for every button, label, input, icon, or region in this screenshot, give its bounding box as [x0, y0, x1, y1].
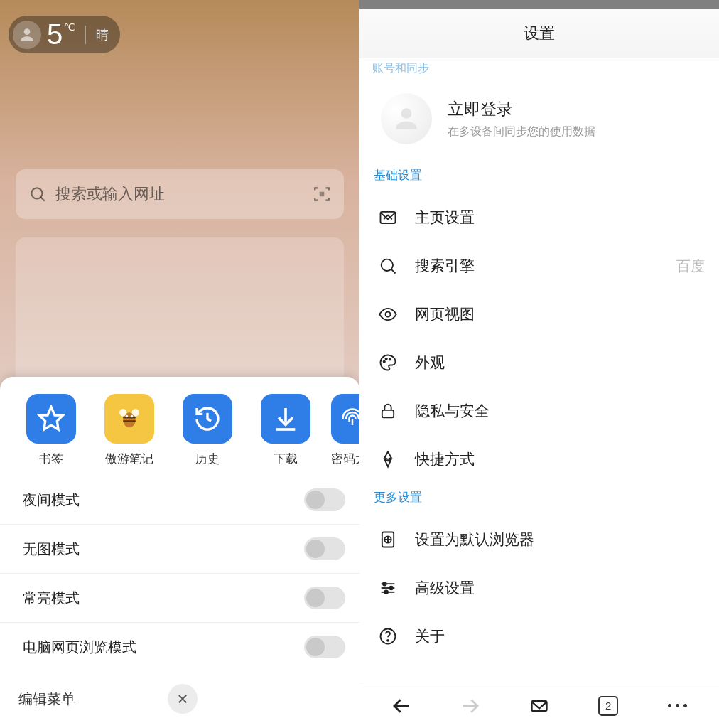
setting-advanced[interactable]: 高级设置 — [360, 564, 719, 612]
login-subtitle: 在多设备间同步您的使用数据 — [448, 124, 595, 139]
tile-downloads[interactable]: 下载 — [253, 394, 318, 467]
svg-point-8 — [131, 415, 134, 418]
toggle-desktop-mode[interactable]: 电脑网页浏览模式 — [0, 622, 360, 671]
tab-count: 2 — [598, 696, 618, 716]
setting-homepage[interactable]: 主页设置 — [360, 193, 719, 242]
right-panel: 设置 账号和同步 立即登录 在多设备间同步您的使用数据 基础设置 主页设置 搜索… — [360, 0, 719, 728]
setting-search-engine[interactable]: 搜索引擎 百度 — [360, 242, 719, 290]
back-button[interactable] — [387, 692, 416, 720]
eye-icon — [377, 303, 399, 326]
settings-header: 设置 — [360, 9, 719, 58]
shortcut-icon — [377, 448, 399, 471]
svg-point-15 — [386, 312, 391, 317]
setting-value: 百度 — [676, 257, 705, 276]
search-placeholder: 搜索或输入网址 — [55, 183, 165, 205]
setting-default-browser[interactable]: 设置为默认浏览器 — [360, 515, 719, 564]
svg-point-0 — [31, 188, 42, 198]
temperature: 5℃ — [47, 18, 75, 50]
setting-about[interactable]: 关于 — [360, 612, 719, 660]
sliders-icon — [377, 577, 399, 599]
home-icon — [377, 206, 399, 229]
switch[interactable] — [304, 537, 345, 560]
status-bar — [360, 0, 719, 9]
question-icon — [377, 625, 399, 648]
toggle-always-on-mode[interactable]: 常亮模式 — [0, 573, 360, 622]
browser-icon — [377, 528, 399, 551]
menu-button[interactable] — [663, 692, 691, 720]
weather-widget[interactable]: 5℃ 晴 — [9, 16, 120, 53]
svg-marker-3 — [39, 407, 63, 429]
tile-history[interactable]: 历史 — [175, 394, 240, 467]
close-icon — [176, 692, 189, 705]
logo-icon — [529, 696, 549, 716]
tile-maxnote[interactable]: 傲游笔记 — [97, 394, 162, 467]
login-title: 立即登录 — [448, 98, 595, 120]
svg-rect-19 — [382, 410, 394, 418]
home-button[interactable] — [525, 692, 553, 720]
login-avatar-icon — [381, 93, 432, 144]
toggle-night-mode[interactable]: 夜间模式 — [0, 476, 360, 524]
star-icon — [37, 405, 65, 433]
switch[interactable] — [304, 587, 345, 609]
bottom-nav: 2 — [360, 682, 719, 728]
svg-point-25 — [383, 582, 386, 586]
close-button[interactable] — [168, 684, 198, 714]
setting-appearance[interactable]: 外观 — [360, 338, 719, 387]
download-icon — [271, 405, 300, 433]
edit-menu-button[interactable]: 编辑菜单 — [18, 690, 75, 709]
history-icon — [193, 405, 222, 433]
arrow-left-icon — [391, 695, 412, 717]
section-basic: 基础设置 — [360, 161, 719, 193]
fingerprint-icon — [340, 406, 360, 432]
user-avatar-icon — [13, 21, 41, 49]
login-row[interactable]: 立即登录 在多设备间同步您的使用数据 — [360, 77, 719, 161]
weather-condition: 晴 — [96, 26, 109, 43]
bee-icon — [114, 404, 144, 434]
arrow-right-icon — [460, 695, 481, 717]
truncated-section-label: 账号和同步 — [360, 58, 719, 77]
svg-point-18 — [389, 358, 391, 360]
svg-rect-2 — [320, 192, 325, 197]
section-more: 更多设置 — [360, 483, 719, 515]
setting-privacy[interactable]: 隐私与安全 — [360, 387, 719, 435]
lock-icon — [377, 400, 399, 422]
svg-line-14 — [391, 269, 396, 274]
svg-line-1 — [40, 197, 44, 200]
tile-bookmarks[interactable]: 书签 — [18, 394, 84, 467]
svg-point-5 — [119, 409, 127, 417]
left-panel: 5℃ 晴 搜索或输入网址 书签 傲游笔记 历史 下载 — [0, 0, 360, 728]
setting-page-view[interactable]: 网页视图 — [360, 290, 719, 338]
svg-point-26 — [389, 587, 393, 590]
svg-point-27 — [384, 591, 388, 594]
svg-rect-12 — [381, 212, 396, 223]
search-icon — [28, 185, 47, 203]
switch[interactable] — [304, 636, 345, 658]
palette-icon — [377, 351, 399, 374]
svg-point-17 — [386, 358, 387, 360]
search-icon — [377, 255, 399, 277]
forward-button[interactable] — [456, 692, 485, 720]
toggle-no-image-mode[interactable]: 无图模式 — [0, 524, 360, 573]
menu-sheet: 书签 傲游笔记 历史 下载 密码大师 夜间模式 — [0, 377, 360, 728]
search-input[interactable]: 搜索或输入网址 — [16, 169, 344, 219]
svg-point-7 — [126, 415, 129, 418]
switch[interactable] — [304, 488, 345, 511]
svg-point-29 — [387, 640, 389, 641]
tile-passwords[interactable]: 密码大师 — [331, 394, 360, 467]
scan-icon[interactable] — [313, 185, 331, 203]
svg-point-16 — [384, 361, 385, 363]
svg-point-6 — [132, 409, 140, 417]
tabs-button[interactable]: 2 — [594, 692, 622, 720]
svg-point-13 — [382, 259, 393, 271]
setting-shortcuts[interactable]: 快捷方式 — [360, 435, 719, 483]
